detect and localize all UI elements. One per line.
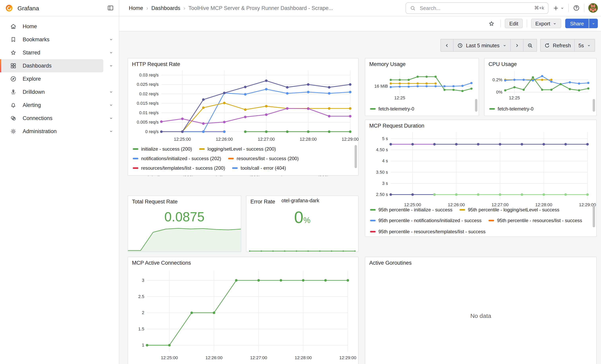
scrollbar-thumb[interactable] [593,99,595,112]
chevron-down-icon[interactable] [109,103,113,107]
svg-text:3.50 s: 3.50 s [376,170,388,175]
sidebar-item-dashboards[interactable]: Dashboards [0,59,119,72]
mcp-active-connections-chart[interactable]: 32.521.5112:25:0012:26:0012:27:0012:28:0… [133,267,354,361]
time-shift-back-button[interactable] [441,39,453,51]
legend: - (streamable-http) [133,363,352,364]
mcp-request-duration-chart[interactable]: 5 s4.50 s4 s3.50 s3 s2.50 s12:25:0012:26… [370,129,592,208]
nav-left-section: Grafana [0,0,119,16]
sidebar-item-explore[interactable]: Explore [0,72,119,85]
legend-item[interactable]: logging/setLevel - success (200) [199,144,276,154]
breadcrumb-separator: › [183,5,185,11]
legend-item[interactable]: 95th percentile - notifications/initiali… [370,215,481,226]
star-icon [10,49,17,56]
panel-title[interactable]: CPU Usage [489,61,517,67]
cpu-usage-chart[interactable]: 0.2%0%12:25 [489,68,592,101]
error-rate-sparkline[interactable] [250,247,355,251]
panel-title[interactable]: HTTP Request Rate [132,61,180,67]
panel-title[interactable]: Memory Usage [369,61,406,67]
breadcrumb: Home › Dashboards › ToolHive MCP Server … [129,5,333,11]
legend-item[interactable]: tools/call - error (404) [232,163,286,173]
panel-memory-usage: Memory Usage 16 MiB12:25 fetch-telemetry… [365,58,479,116]
sidebar-item-drilldown[interactable]: Drilldown [0,85,119,98]
legend-swatch [370,231,376,232]
avatar[interactable] [588,3,598,13]
legend-item[interactable]: initialize - success (200) [133,144,192,154]
legend-item[interactable]: tools/call - success (200) [133,173,194,176]
bell-icon [10,102,17,108]
svg-text:12:28:00: 12:28:00 [300,137,317,142]
legend-item[interactable]: 95th percentile - resources/templates/li… [370,226,486,237]
panel-title[interactable]: Total Request Rate [132,199,178,205]
sidebar-item-bookmarks[interactable]: Bookmarks [0,33,119,46]
legend-item[interactable]: 95th percentile - logging/setLevel - suc… [460,204,559,215]
svg-text:12:26:00: 12:26:00 [216,137,233,142]
help-icon[interactable] [573,4,580,11]
legend-item[interactable]: tools/list - success (200) [201,173,260,176]
favorite-star-icon[interactable] [487,20,497,27]
sidebar-item-administration[interactable]: Administration [0,125,119,138]
legend-item[interactable]: unknown - success (200) [268,173,329,176]
chevron-down-icon[interactable] [109,129,113,134]
svg-text:0.2%: 0.2% [492,77,502,82]
sidebar-toggle-icon[interactable] [107,4,114,11]
divider [568,4,569,12]
refresh-button[interactable]: Refresh [540,39,575,51]
breadcrumb-current: ToolHive MCP Server & Proxy Runner Dashb… [188,5,333,11]
legend-item[interactable]: resources/list - success (200) [228,154,299,163]
scrollbar-thumb[interactable] [593,205,595,227]
legend-label: fetch-telemetry-0 [498,104,533,114]
svg-text:3 s: 3 s [382,181,388,186]
edit-button[interactable]: Edit [505,19,523,28]
chevron-down-icon[interactable] [109,116,113,120]
time-range-picker[interactable]: Last 5 minutes [453,39,511,51]
divider [526,20,527,27]
search-shortcut: ⌘+k [534,5,544,11]
legend-swatch [370,220,376,222]
legend-item[interactable]: - (streamable-http) [133,363,180,364]
legend-item[interactable]: fetch-telemetry-0 [489,103,533,115]
chevron-down-icon[interactable] [109,64,113,68]
chevron-down-icon[interactable] [109,37,113,42]
breadcrumb-home[interactable]: Home [129,5,143,11]
sidebar-item-starred[interactable]: Starred [0,46,119,59]
legend-item[interactable]: fetch-telemetry-0 [370,103,414,115]
legend-item[interactable]: resources/templates/list - success (200) [133,163,225,173]
sidebar-item-label: Administration [23,128,57,134]
search-input-wrap[interactable]: ⌘+k [405,2,549,14]
share-caret-button[interactable] [589,19,598,28]
export-button[interactable]: Export [531,19,561,28]
sidebar-item-label: Dashboards [23,63,52,69]
sidebar-item-connections[interactable]: Connections [0,112,119,125]
refresh-interval-picker[interactable]: 5s [575,39,595,51]
time-shift-forward-button[interactable] [511,39,523,51]
svg-text:12:28:00: 12:28:00 [295,355,312,360]
panel-title[interactable]: MCP Active Connections [132,260,191,266]
sidebar-item-home[interactable]: Home [0,20,119,33]
legend-swatch [370,209,376,211]
memory-usage-chart[interactable]: 16 MiB12:25 [370,68,475,101]
svg-text:0.005 req/s: 0.005 req/s [137,120,159,125]
scrollbar-thumb[interactable] [475,99,477,112]
legend-item[interactable]: 95th percentile - resources/list - succe… [489,215,582,226]
http-request-rate-chart[interactable]: 0 req/s0.005 req/s0.01 req/s0.015 req/s0… [133,67,354,143]
legend-swatch [489,108,495,110]
sidebar-item-alerting[interactable]: Alerting [0,98,119,112]
svg-text:0.02 req/s: 0.02 req/s [139,91,159,96]
legend-label: fetch-telemetry-0 [378,104,414,114]
chevron-down-icon[interactable] [109,50,113,55]
drilldown-icon [10,89,17,95]
legend-item[interactable]: 95th percentile - initialize - success [370,204,452,215]
grafana-logo[interactable] [5,4,13,12]
scrollbar-thumb[interactable] [355,145,357,168]
share-button[interactable]: Share [565,19,589,28]
legend-swatch [232,167,238,169]
chevron-down-icon[interactable] [109,90,113,94]
add-button[interactable] [552,5,564,11]
search-input[interactable] [419,5,531,11]
grid-icon [10,62,17,69]
legend-item[interactable]: notifications/initialized - success (202… [133,154,221,163]
breadcrumb-dashboards[interactable]: Dashboards [151,5,180,11]
panel-title[interactable]: MCP Request Duration [369,123,424,129]
zoom-out-button[interactable] [523,39,536,51]
panel-title[interactable]: Error Rate [250,199,275,205]
